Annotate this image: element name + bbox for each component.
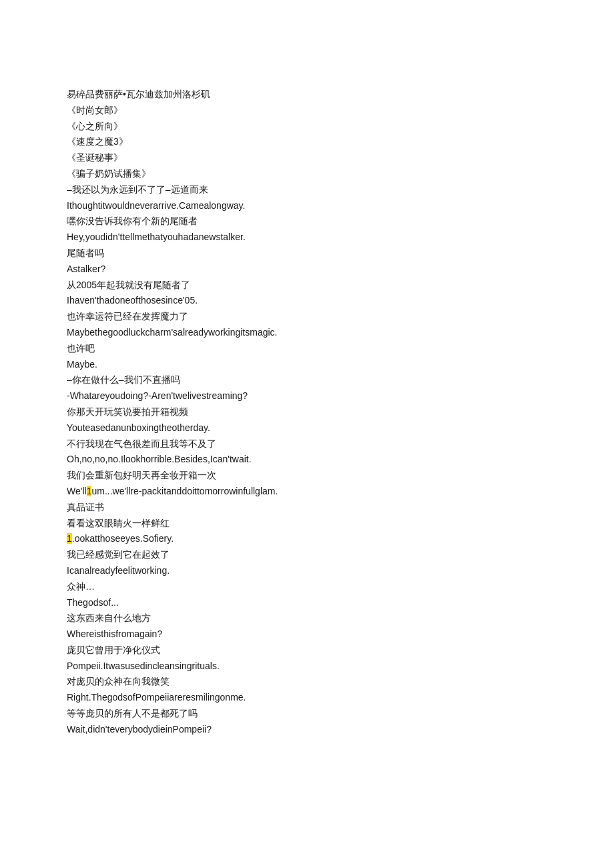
line-40: 等等庞贝的所有人不是都死了吗 (67, 706, 547, 722)
highlight-2: 1 (67, 533, 72, 544)
line-4: 《速度之魔3》 (67, 134, 547, 150)
line-29: 1.ookatthoseeyes.Sofiery. (67, 531, 547, 547)
line-12: Astalker? (67, 262, 547, 278)
line-20: -Whatareyoudoing?-Aren'twelivestreaming? (67, 388, 547, 404)
line-25: 我们会重新包好明天再全妆开箱一次 (67, 468, 547, 484)
line-39: Right.ThegodsofPompeiiareresmilingonme. (67, 690, 547, 706)
line-13: 从2005年起我就没有尾随者了 (67, 278, 547, 294)
line-32: 众神… (67, 579, 547, 595)
line-31: Icanalreadyfeelitworking. (67, 563, 547, 579)
line-19: –你在做什么–我们不直播吗 (67, 372, 547, 388)
line-11: 尾随者吗 (67, 246, 547, 262)
line-9: 嘿你没告诉我你有个新的尾随者 (67, 213, 547, 230)
line-30: 我已经感觉到它在起效了 (67, 547, 547, 563)
line-10: Hey,youdidn'ttellmethatyouhadanewstalker… (67, 230, 547, 246)
line-26: We'll1um...we'llre-packitanddoittomorrow… (67, 484, 547, 500)
line-24: Oh,no,no,no.Ilookhorrible.Besides,Ican't… (67, 452, 547, 468)
line-41: Wait,didn'teverybodydieinPompeii? (67, 722, 547, 738)
line-37: Pompeii.Itwasusedincleansingrituals. (67, 659, 547, 675)
line-7: –我还以为永远到不了了–远道而来 (67, 182, 547, 198)
line-22: Youteasedanunboxingtheotherday. (67, 420, 547, 436)
transcript-content: 易碎品费丽萨•瓦尔迪兹加州洛杉矶 《时尚女郎》 《心之所向》 《速度之魔3》 《… (67, 87, 547, 738)
line-33: Thegodsof... (67, 595, 547, 611)
line-23: 不行我现在气色很差而且我等不及了 (67, 436, 547, 452)
highlight-1: 1 (87, 486, 92, 496)
line-14: Ihaven'thadoneofthosesince'05. (67, 293, 547, 309)
line-17: 也许吧 (67, 341, 547, 357)
line-15: 也许幸运符已经在发挥魔力了 (67, 309, 547, 325)
line-28: 看看这双眼睛火一样鲜红 (67, 516, 547, 532)
line-8: Ithoughtitwouldneverarrive.Camealongway. (67, 198, 547, 214)
line-2: 《时尚女郎》 (67, 103, 547, 119)
line-35: Whereisthisfromagain? (67, 626, 547, 642)
line-6: 《骗子奶奶试播集》 (67, 166, 547, 182)
line-18: Maybe. (67, 357, 547, 373)
line-27: 真品证书 (67, 500, 547, 516)
line-3: 《心之所向》 (67, 119, 547, 135)
line-1: 易碎品费丽萨•瓦尔迪兹加州洛杉矶 (67, 87, 547, 103)
line-38: 对庞贝的众神在向我微笑 (67, 674, 547, 690)
line-36: 庞贝它曾用于净化仪式 (67, 642, 547, 659)
line-34: 这东西来自什么地方 (67, 610, 547, 626)
line-21: 你那天开玩笑说要拍开箱视频 (67, 404, 547, 420)
line-5: 《圣诞秘事》 (67, 150, 547, 166)
line-16: Maybethegoodluckcharm'salreadyworkingits… (67, 325, 547, 341)
